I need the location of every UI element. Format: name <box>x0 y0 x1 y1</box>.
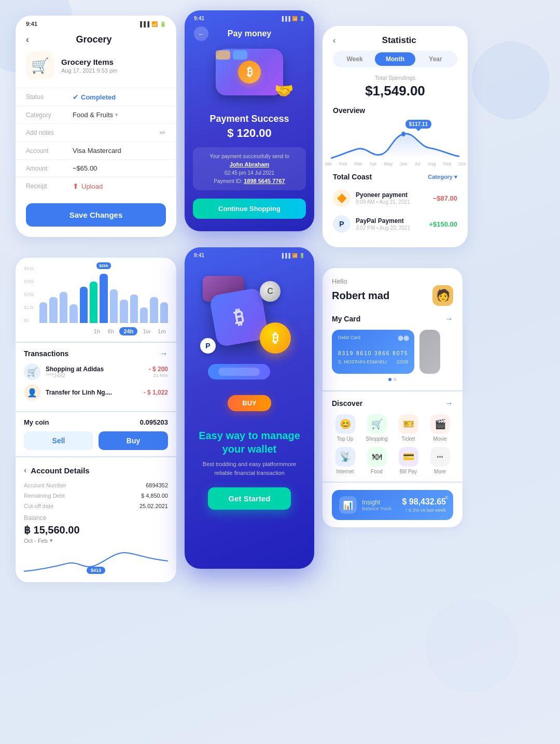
bar-chart-section: $54k $39k $26k $13k $0 $26k <box>16 258 176 342</box>
total-spendings-amount: $1,549.00 <box>323 83 468 99</box>
topup-icon: 😊 <box>335 414 355 434</box>
debit-card-2[interactable] <box>419 330 440 374</box>
sell-button[interactable]: Sell <box>24 431 93 450</box>
time-tab-6h[interactable]: 6h <box>106 327 117 335</box>
my-card-arrow-icon[interactable]: → <box>445 314 453 324</box>
wallet-top: Hello Robert mad 🧑 My Card → Debit Card … <box>323 268 463 390</box>
get-started-button[interactable]: Get Started <box>208 487 291 510</box>
grocery-time: 9:41 <box>26 21 37 27</box>
bar-8 <box>110 289 118 323</box>
acc-debt-label: Remaining Debt <box>24 493 65 499</box>
pay-back-button[interactable]: ← <box>194 26 208 41</box>
paypal-float-icon: P <box>200 338 216 354</box>
cards-scroll: Debit Card 8319 8610 3866 8075 S. MOSTAF… <box>332 330 453 374</box>
tx-details-2: Transfer for Linh Ng.... <box>46 389 138 396</box>
tab-week[interactable]: Week <box>334 52 375 66</box>
amount-label: Amount <box>26 165 73 172</box>
acc-balance-value: ฿ 15,560.00 <box>24 524 168 536</box>
bar-7-highlight: $26k <box>100 274 107 323</box>
debit-card-1[interactable]: Debit Card 8319 8610 3866 8075 S. MOSTAF… <box>332 330 414 374</box>
statistic-card: ‹ Statistic Week Month Year Total Spendi… <box>323 26 468 247</box>
my-coin-row: My coin 0.095203 <box>24 418 168 426</box>
card-dot-2 <box>394 378 397 381</box>
wallet-discover: Discover → 😊 Top Up 🛒 Shopping 🎫 Ticket … <box>323 391 463 482</box>
bar-1 <box>39 302 47 323</box>
discover-internet[interactable]: 📡 Internet <box>332 447 358 474</box>
insight-close-icon[interactable]: ✕ <box>444 494 449 501</box>
insight-sub: Balance Track <box>362 506 391 511</box>
pay-info-box: Your payment successfully send to John A… <box>193 147 306 190</box>
discover-billpay[interactable]: 💳 Bill Pay <box>395 447 422 474</box>
account-value: Visa Mastercard <box>73 147 166 155</box>
stat-title: Statistic <box>341 35 457 46</box>
acc-back-button[interactable]: ‹ <box>24 466 26 475</box>
tx-date-1: 21 Nov <box>149 373 168 378</box>
account-details-card: ‹ Account Details Account Number 6894352… <box>16 457 176 582</box>
pay-amount: $ 120.00 <box>185 127 314 140</box>
stat-tx-date-2: 3:02 PM • Aug 20, 2021 <box>356 225 410 231</box>
acc-number-label: Account Number <box>24 482 66 488</box>
overview-chart: $117.11 <box>331 119 459 160</box>
acc-balance: Balance ฿ 15,560.00 Oct - Feb ▾ <box>24 514 168 544</box>
discover-shopping[interactable]: 🛒 Shopping <box>363 414 390 442</box>
time-tab-24h[interactable]: 24h <box>119 327 137 335</box>
discover-movie[interactable]: 🎬 Movie <box>427 414 453 442</box>
grocery-status-icons: ▐▐▐ 📶 🔋 <box>138 21 166 27</box>
tab-year[interactable]: Year <box>415 52 456 66</box>
stat-back-button[interactable]: ‹ <box>333 36 335 45</box>
buy-button[interactable]: Buy <box>99 431 168 450</box>
notes-label: Add notes <box>26 129 73 136</box>
pay-recipient: John Abraham <box>230 161 270 167</box>
tx-section-arrow-icon[interactable]: → <box>160 349 168 358</box>
tab-month[interactable]: Month <box>375 52 415 66</box>
pay-illustration: ₿ 🤝 <box>211 46 288 98</box>
insight-amount: $ 98,432.65 <box>402 497 446 507</box>
easy-way-heading: Easy way to manage your wallet <box>195 429 304 456</box>
save-changes-button[interactable]: Save Changes <box>26 203 166 227</box>
billpay-label: Bill Pay <box>400 469 417 474</box>
time-tab-1m[interactable]: 1m <box>156 327 168 335</box>
upload-button[interactable]: ⬆ Upload <box>73 182 103 190</box>
acc-cutoff-value: 25.02.2021 <box>139 503 168 509</box>
category-filter[interactable]: Category ▾ <box>428 174 457 180</box>
acc-number-value: 6894352 <box>146 482 168 488</box>
card-expiry: 22/28 <box>397 359 409 364</box>
grocery-status-bar: 9:41 ▐▐▐ 📶 🔋 <box>16 16 176 30</box>
bar-10 <box>130 294 138 323</box>
stat-tx-2: P PayPal Payment 3:02 PM • Aug 20, 2021 … <box>323 211 468 237</box>
buy-now-button[interactable]: BUY <box>228 395 271 411</box>
platform-base <box>208 364 270 380</box>
category-dropdown[interactable]: Food & Fruits ▾ <box>73 111 118 119</box>
tx-card-1: ****2482 <box>46 373 144 378</box>
continue-shopping-button[interactable]: Continue Shopping <box>193 199 306 219</box>
discover-food[interactable]: 🍽 Food <box>363 447 390 474</box>
stat-tx-icon-1: 🔶 <box>333 189 351 207</box>
notes-field[interactable]: Add notes ✏ <box>16 123 176 142</box>
tx-details-1: Shopping at Adidas ****2482 <box>46 366 144 378</box>
discover-arrow-icon[interactable]: → <box>445 399 453 408</box>
bottom-left-card: $54k $39k $26k $13k $0 $26k <box>16 258 176 582</box>
easy-way-description: Best trodding and easy platformmore reli… <box>195 460 304 477</box>
status-value: Completed <box>81 93 166 101</box>
category-value: Food & Fruits <box>73 111 113 119</box>
topup-label: Top Up <box>337 436 354 442</box>
notes-edit-icon[interactable]: ✏ <box>160 129 166 137</box>
acc-title: Account Details <box>31 466 89 475</box>
pay-title: Pay money <box>208 29 290 38</box>
grocery-back-button[interactable]: ‹ <box>26 34 29 45</box>
internet-icon: 📡 <box>335 447 355 467</box>
acc-cutoff-field: Cut-off date 25.02.2021 <box>24 503 168 509</box>
discover-ticket[interactable]: 🎫 Ticket <box>395 414 422 442</box>
time-tab-1w[interactable]: 1w <box>141 327 152 335</box>
stat-tx-1: 🔶 Pyoneer payment 9:09 AM • Aug 21, 2021… <box>323 185 468 211</box>
time-tab-1h[interactable]: 1h <box>92 327 103 335</box>
discover-topup[interactable]: 😊 Top Up <box>332 414 358 442</box>
discover-more[interactable]: ••• More <box>427 447 453 474</box>
payment-card: 9:41 ▐▐▐ 📶 🔋 ← Pay money ₿ 🤝 Payment Suc… <box>185 10 314 231</box>
svg-point-0 <box>401 132 405 136</box>
bar-4 <box>69 304 77 323</box>
tx-avatar-2: 👤 <box>24 384 40 401</box>
stat-header: ‹ Statistic <box>323 26 468 51</box>
category-label: Category <box>26 111 73 119</box>
tx-amount-date-1: - $ 200 21 Nov <box>149 366 168 378</box>
